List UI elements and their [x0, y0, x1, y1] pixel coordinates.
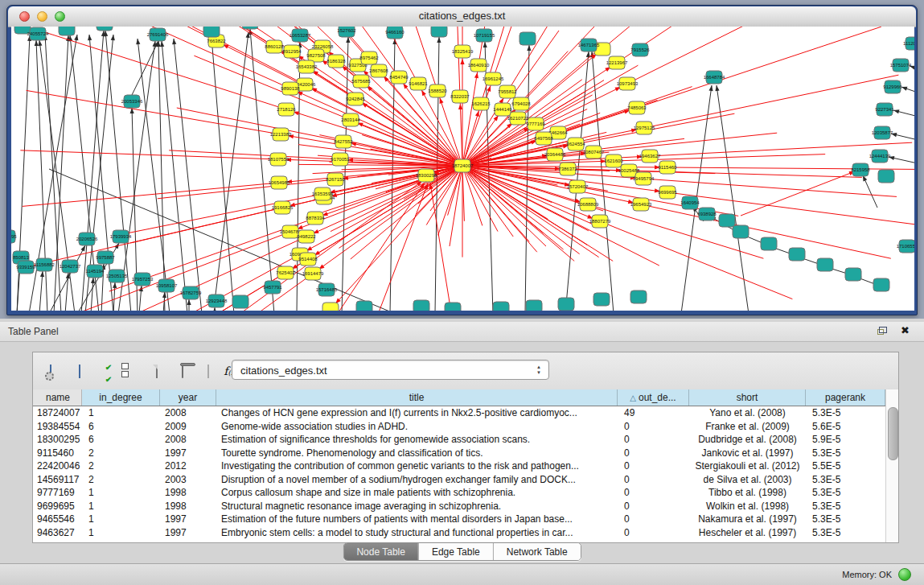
network-node[interactable]: 9146821: [409, 77, 428, 90]
network-node[interactable]: 9170051: [331, 153, 350, 166]
network-node[interactable]: 2867608: [369, 64, 388, 77]
network-node[interactable]: [558, 298, 574, 311]
network-node[interactable]: [733, 225, 749, 238]
table-settings-button[interactable]: [39, 360, 62, 381]
network-node[interactable]: 9890138: [281, 82, 300, 95]
network-node[interactable]: 8267150: [326, 173, 345, 186]
network-node[interactable]: [445, 303, 461, 311]
network-node[interactable]: [761, 237, 777, 250]
network-node[interactable]: 16543382: [296, 60, 318, 73]
network-node[interactable]: 15720407: [567, 180, 589, 193]
network-node[interactable]: 19654923: [630, 198, 652, 211]
network-node[interactable]: 8322037: [450, 90, 470, 103]
network-node[interactable]: [526, 300, 542, 311]
network-window[interactable]: citations_edges.txt 18724007183002957663…: [6, 5, 918, 315]
network-node[interactable]: [431, 27, 447, 37]
network-node[interactable]: 8860128: [265, 40, 284, 53]
network-window-titlebar[interactable]: citations_edges.txt: [8, 6, 916, 27]
table-row[interactable]: 1872400712008Changes of HCN gene express…: [33, 406, 885, 420]
scrollbar-thumb[interactable]: [888, 407, 898, 460]
network-view-canvas[interactable]: 1872400718300295766382288601288912954232…: [11, 27, 914, 311]
network-node[interactable]: 7386372: [558, 163, 577, 175]
network-node[interactable]: [413, 300, 429, 311]
network-node[interactable]: 10688809: [577, 198, 599, 211]
network-node[interactable]: 18640910: [468, 59, 490, 72]
network-node[interactable]: 10807467: [583, 146, 605, 159]
network-node[interactable]: 7915526: [630, 43, 650, 56]
network-node[interactable]: 19166825: [272, 201, 294, 214]
network-node[interactable]: 8912954: [282, 45, 302, 58]
network-node[interactable]: 3624554: [566, 138, 585, 150]
network-node[interactable]: 8878334: [306, 212, 325, 225]
network-node[interactable]: 18807279: [589, 215, 611, 228]
network-node[interactable]: 20364486: [544, 148, 566, 161]
network-node[interactable]: 12505135: [106, 270, 128, 282]
network-node[interactable]: 10653287: [290, 29, 311, 42]
network-node[interactable]: 2803144: [341, 113, 360, 126]
network-node[interactable]: [719, 214, 735, 227]
table-row[interactable]: 969969511998Structural magnetic resonanc…: [33, 500, 885, 513]
network-node[interactable]: 17939934: [110, 230, 132, 243]
create-column-button[interactable]: [146, 360, 168, 381]
table-row[interactable]: 1830029562008Estimation of significance …: [33, 433, 885, 447]
import-table-button[interactable]: [197, 360, 220, 381]
table-row[interactable]: 946554611997Estimation of the future num…: [33, 513, 885, 526]
network-node[interactable]: 8186328: [326, 55, 346, 68]
network-node[interactable]: 6794028: [511, 97, 531, 110]
network-node[interactable]: 9514408: [298, 253, 318, 266]
network-node[interactable]: 16961245: [483, 72, 504, 85]
network-node[interactable]: 9339159: [16, 261, 35, 274]
close-panel-icon[interactable]: ✖: [901, 324, 910, 336]
clear-selection-button[interactable]: [121, 360, 144, 381]
column-header-year[interactable]: year: [160, 389, 216, 406]
network-node[interactable]: 18325419: [452, 45, 474, 58]
tab-network-table[interactable]: Network Table: [493, 543, 581, 560]
show-columns-button[interactable]: [68, 360, 91, 381]
table-row[interactable]: 911546021997Tourette syndrome. Phenomeno…: [33, 447, 885, 460]
network-node[interactable]: 9699695: [658, 186, 677, 199]
network-node[interactable]: 1527602: [337, 27, 356, 37]
network-node[interactable]: 1588520: [428, 84, 447, 97]
network-node[interactable]: 17957253: [132, 273, 154, 286]
network-node[interactable]: 9242845: [346, 93, 365, 105]
network-node[interactable]: 19463627: [639, 150, 661, 163]
network-node[interactable]: 6938928: [697, 208, 717, 220]
network-node[interactable]: 8975462: [359, 51, 379, 64]
network-node[interactable]: 9129966: [883, 80, 902, 93]
tab-edge-table[interactable]: Edge Table: [418, 543, 493, 560]
table-row[interactable]: 1456911722003Disruption of a novel membe…: [33, 473, 885, 487]
network-node[interactable]: [493, 302, 509, 311]
network-node[interactable]: 9227341: [875, 103, 894, 116]
network-node[interactable]: 16782759: [180, 286, 202, 299]
table-row[interactable]: 1938455462009Genome-wide association stu…: [33, 420, 885, 434]
network-node[interactable]: [845, 268, 861, 281]
network-node[interactable]: 1640954: [680, 196, 700, 209]
network-node[interactable]: [356, 301, 372, 311]
network-node[interactable]: [203, 27, 220, 37]
network-node[interactable]: 16648784: [704, 71, 725, 84]
network-node[interactable]: 12444139: [869, 150, 891, 163]
select-all-button[interactable]: ✔✔: [97, 360, 120, 381]
network-node[interactable]: 8454749: [389, 71, 409, 84]
network-node[interactable]: 12035877: [872, 126, 893, 139]
network-node[interactable]: 12975125: [634, 122, 655, 134]
column-header-title[interactable]: title: [216, 389, 618, 406]
network-node[interactable]: 10958107: [156, 279, 178, 292]
column-header-in_degree[interactable]: in_degree: [82, 389, 160, 406]
network-node[interactable]: 1621600: [604, 154, 623, 167]
hub-network-node[interactable]: 18724007: [452, 159, 474, 172]
network-node[interactable]: 7625402: [276, 266, 295, 279]
network-node[interactable]: 8215958: [851, 163, 870, 176]
tab-node-table[interactable]: Node Table: [343, 543, 418, 560]
column-header-out_degree[interactable]: △out_de...: [618, 389, 689, 406]
network-node[interactable]: 7485063: [627, 101, 647, 114]
network-node[interactable]: 8427552: [334, 135, 353, 148]
network-node[interactable]: 20206526: [76, 233, 98, 245]
network-node[interactable]: 12042737: [60, 260, 81, 273]
column-header-name[interactable]: name: [33, 389, 82, 406]
network-node[interactable]: [878, 170, 894, 183]
network-node[interactable]: [322, 303, 339, 311]
network-node[interactable]: 5675685: [351, 75, 371, 88]
network-node[interactable]: 1444149: [493, 103, 512, 116]
network-node[interactable]: [789, 248, 805, 261]
